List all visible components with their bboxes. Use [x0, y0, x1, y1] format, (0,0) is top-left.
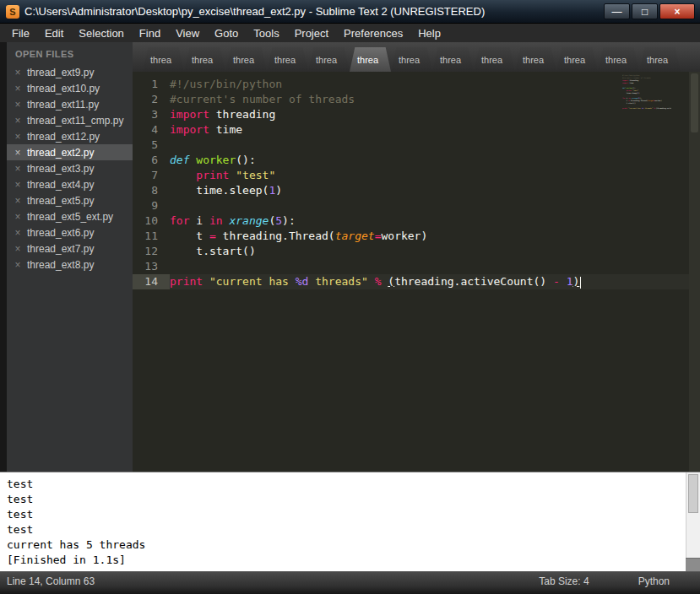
file-name: thread_ext3.py	[27, 163, 94, 175]
tab-label: threa	[647, 55, 668, 65]
close-file-icon[interactable]: ×	[14, 147, 22, 159]
file-name: thread_ext5.py	[27, 195, 94, 207]
code-text: for i in xrange(5):	[622, 97, 642, 99]
sidebar-item-thread_ext6.py[interactable]: ×thread_ext6.py	[7, 224, 133, 240]
sidebar-item-thread_ext7.py[interactable]: ×thread_ext7.py	[7, 240, 133, 256]
code-line[interactable]: 9	[133, 198, 700, 213]
code-text: def worker():	[170, 153, 256, 168]
code-line[interactable]: 8 time.sleep(1)	[133, 183, 700, 198]
menu-item-file[interactable]: File	[4, 25, 37, 41]
output-scrollbar[interactable]	[686, 472, 700, 571]
close-file-icon[interactable]: ×	[14, 243, 22, 255]
code-line[interactable]: 4import time	[133, 122, 700, 138]
output-line: [Finished in 1.1s]	[7, 553, 678, 568]
cursor-position-label: Line 14, Column 63	[7, 575, 539, 587]
close-file-icon[interactable]: ×	[14, 163, 22, 175]
tab-11[interactable]: threa	[556, 47, 598, 72]
code-line[interactable]: 7 print "test"	[133, 168, 700, 183]
menu-item-find[interactable]: Find	[132, 25, 168, 41]
code-text: time.sleep(1)	[622, 92, 640, 94]
code-text: print "current has %d threads" % (thread…	[622, 107, 671, 109]
code-line[interactable]: 12 t.start()	[133, 244, 700, 259]
maximize-button[interactable]: □	[632, 3, 658, 19]
minimap[interactable]: #!/usr/bin/python#current's number of th…	[622, 74, 671, 110]
file-name: thread_ext9.py	[27, 67, 94, 78]
editor[interactable]: 1#!/usr/bin/python2#current's number of …	[133, 72, 700, 472]
close-file-icon[interactable]: ×	[14, 99, 22, 111]
code-text: #current's number of threads	[170, 92, 355, 107]
tab-2[interactable]: threa	[184, 47, 225, 72]
app-window: S C:\Users\Administrator\Desktop\py_exci…	[0, 0, 700, 594]
menu-item-view[interactable]: View	[168, 25, 207, 41]
close-button[interactable]: ×	[659, 3, 695, 19]
line-number: 8	[133, 183, 170, 198]
close-file-icon[interactable]: ×	[14, 259, 22, 271]
sidebar-item-thread_ext5_ext.py[interactable]: ×thread_ext5_ext.py	[7, 208, 133, 224]
menu-item-goto[interactable]: Goto	[207, 25, 246, 41]
code-line[interactable]: 6def worker():	[133, 153, 700, 168]
menu-item-tools[interactable]: Tools	[246, 25, 286, 41]
syntax-label[interactable]: Python	[638, 575, 670, 587]
sidebar-item-thread_ext4.py[interactable]: ×thread_ext4.py	[7, 176, 133, 192]
line-number: 7	[133, 168, 170, 183]
sidebar-item-thread_ext11_cmp.py[interactable]: ×thread_ext11_cmp.py	[7, 112, 133, 128]
code-line[interactable]: 13	[133, 259, 700, 274]
sidebar-item-thread_ext10.py[interactable]: ×thread_ext10.py	[7, 80, 133, 96]
output-scrollbar-thumb[interactable]	[688, 474, 698, 513]
sidebar-item-thread_ext11.py[interactable]: ×thread_ext11.py	[7, 96, 133, 112]
close-file-icon[interactable]: ×	[14, 227, 22, 239]
close-file-icon[interactable]: ×	[14, 179, 22, 191]
code-line[interactable]: 1#!/usr/bin/python	[133, 77, 700, 92]
tab-4[interactable]: threa	[267, 47, 308, 72]
file-name: thread_ext5_ext.py	[27, 211, 113, 223]
code-line[interactable]: 3import threading	[133, 107, 700, 122]
sidebar-item-thread_ext5.py[interactable]: ×thread_ext5.py	[7, 192, 133, 208]
tab-size-label[interactable]: Tab Size: 4	[539, 575, 589, 587]
menu-item-edit[interactable]: Edit	[37, 25, 71, 41]
line-number: 9	[133, 198, 170, 213]
code-text: print "test"	[622, 89, 638, 91]
menu-item-project[interactable]: Project	[287, 25, 336, 41]
tab-10[interactable]: threa	[515, 47, 556, 72]
sidebar-item-thread_ext3.py[interactable]: ×thread_ext3.py	[7, 160, 133, 176]
code-line[interactable]: 5	[133, 138, 700, 153]
editor-scrollbar[interactable]	[689, 72, 700, 472]
close-file-icon[interactable]: ×	[14, 131, 22, 143]
sidebar-item-thread_ext8.py[interactable]: ×thread_ext8.py	[7, 256, 133, 273]
tab-label: threa	[274, 55, 296, 65]
menu-item-help[interactable]: Help	[410, 25, 448, 41]
code-line[interactable]: 2#current's number of threads	[133, 92, 700, 107]
close-file-icon[interactable]: ×	[14, 115, 22, 127]
output-line: test	[7, 507, 678, 522]
close-file-icon[interactable]: ×	[14, 195, 22, 207]
tab-7[interactable]: threa	[391, 47, 432, 72]
tab-8[interactable]: threa	[432, 47, 474, 72]
code-line[interactable]: 14print "current has %d threads" % (thre…	[133, 274, 700, 289]
close-file-icon[interactable]: ×	[14, 211, 22, 223]
open-files-list: ×thread_ext9.py×thread_ext10.py×thread_e…	[7, 64, 133, 273]
tab-3[interactable]: threa	[225, 47, 267, 72]
tab-label: threa	[233, 55, 254, 65]
file-name: thread_ext6.py	[27, 227, 94, 239]
menu-item-preferences[interactable]: Preferences	[336, 25, 410, 41]
editor-scrollbar-thumb[interactable]	[691, 73, 698, 132]
status-bar: Line 14, Column 63 Tab Size: 4 Python	[0, 571, 700, 594]
tab-5[interactable]: threa	[308, 47, 350, 72]
code-line[interactable]: 11 t = threading.Thread(target=worker)	[133, 229, 700, 244]
tab-6[interactable]: threa	[350, 47, 391, 72]
close-file-icon[interactable]: ×	[14, 83, 22, 94]
minimize-button[interactable]: —	[604, 3, 630, 19]
code-line[interactable]: 10for i in xrange(5):	[133, 213, 700, 229]
tab-1[interactable]: threa	[143, 47, 184, 72]
sidebar-item-thread_ext12.py[interactable]: ×thread_ext12.py	[7, 128, 133, 144]
line-number: 11	[133, 229, 170, 244]
tab-label: threa	[440, 55, 461, 65]
close-file-icon[interactable]: ×	[14, 67, 22, 78]
sidebar-item-thread_ext2.py[interactable]: ×thread_ext2.py	[7, 144, 133, 160]
menu-item-selection[interactable]: Selection	[71, 25, 131, 41]
sidebar-item-thread_ext9.py[interactable]: ×thread_ext9.py	[7, 64, 133, 80]
tab-13[interactable]: threa	[639, 47, 681, 72]
tab-12[interactable]: threa	[598, 47, 639, 72]
tab-9[interactable]: threa	[474, 47, 515, 72]
file-name: thread_ext8.py	[27, 259, 94, 271]
